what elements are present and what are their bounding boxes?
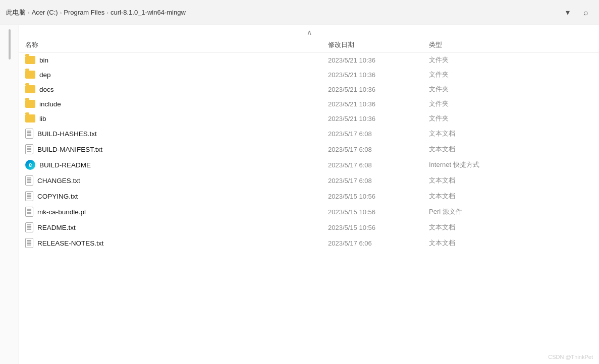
top-bar: 此电脑 › Acer (C:) › Program Files › curl-8… <box>0 0 599 25</box>
edge-icon <box>25 160 35 170</box>
file-type-cell: 文本文档 <box>429 145 593 154</box>
file-name-text: mk-ca-bundle.pl <box>37 208 86 216</box>
column-headers: 名称 修改日期 类型 <box>19 37 599 53</box>
breadcrumb-current[interactable]: curl-8.1.0_1-win64-mingw <box>111 9 186 16</box>
file-name-text: include <box>39 100 61 108</box>
file-icon <box>25 238 33 248</box>
file-date-cell: 2023/5/21 10:36 <box>328 86 429 93</box>
file-icon <box>25 207 33 217</box>
file-name-cell: RELEASE-NOTES.txt <box>25 238 328 248</box>
table-row[interactable]: CHANGES.txt 2023/5/17 6:08 文本文档 <box>19 173 599 189</box>
file-name-text: docs <box>39 86 54 93</box>
breadcrumb-computer[interactable]: 此电脑 <box>6 8 26 17</box>
folder-icon <box>25 56 35 64</box>
file-type-cell: 文本文档 <box>429 176 593 185</box>
file-date-cell: 2023/5/17 6:06 <box>328 239 429 247</box>
file-name-text: lib <box>39 115 46 123</box>
file-date-cell: 2023/5/15 10:56 <box>328 224 429 231</box>
file-icon <box>25 129 33 139</box>
file-date-cell: 2023/5/21 10:36 <box>328 71 429 79</box>
file-name-text: README.txt <box>37 224 76 231</box>
folder-icon <box>25 100 35 108</box>
folder-icon <box>25 114 35 123</box>
file-icon <box>25 222 33 232</box>
column-header-name[interactable]: 名称 <box>25 40 328 49</box>
file-name-cell: dep <box>25 71 328 79</box>
file-explorer: ∧ 名称 修改日期 类型 bin 2023/5/21 10:36 文件夹 dep… <box>19 25 599 364</box>
column-header-type[interactable]: 类型 <box>429 40 593 49</box>
folder-icon <box>25 85 35 93</box>
sidebar <box>0 25 19 364</box>
file-name-text: BUILD-MANIFEST.txt <box>37 146 102 153</box>
top-bar-icons: ▾ ⌕ <box>561 6 593 20</box>
table-row[interactable]: include 2023/5/21 10:36 文件夹 <box>19 97 599 111</box>
file-date-cell: 2023/5/17 6:08 <box>328 161 429 169</box>
file-date-cell: 2023/5/21 10:36 <box>328 56 429 64</box>
file-type-cell: 文本文档 <box>429 223 593 232</box>
breadcrumb-drive[interactable]: Acer (C:) <box>32 9 58 16</box>
file-name-cell: lib <box>25 114 328 123</box>
file-type-cell: 文本文档 <box>429 238 593 248</box>
file-type-cell: 文件夹 <box>429 55 593 65</box>
file-name-text: COPYING.txt <box>37 193 78 200</box>
table-row[interactable]: dep 2023/5/21 10:36 文件夹 <box>19 68 599 82</box>
table-row[interactable]: docs 2023/5/21 10:36 文件夹 <box>19 82 599 97</box>
file-date-cell: 2023/5/15 10:56 <box>328 193 429 200</box>
search-button[interactable]: ⌕ <box>579 6 593 20</box>
table-row[interactable]: COPYING.txt 2023/5/15 10:56 文本文档 <box>19 189 599 204</box>
breadcrumb-sep-1: › <box>60 10 62 16</box>
table-row[interactable]: BUILD-HASHES.txt 2023/5/17 6:08 文本文档 <box>19 126 599 142</box>
file-name-text: BUILD-HASHES.txt <box>37 130 97 138</box>
file-name-cell: CHANGES.txt <box>25 175 328 186</box>
file-type-cell: 文本文档 <box>429 192 593 201</box>
table-row[interactable]: mk-ca-bundle.pl 2023/5/15 10:56 Perl 源文件 <box>19 204 599 220</box>
file-name-cell: BUILD-README <box>25 160 328 170</box>
file-name-cell: bin <box>25 56 328 64</box>
table-row[interactable]: lib 2023/5/21 10:36 文件夹 <box>19 111 599 126</box>
sidebar-scrollbar <box>9 29 11 59</box>
file-type-cell: Perl 源文件 <box>429 207 593 216</box>
folder-icon <box>25 71 35 79</box>
column-header-date[interactable]: 修改日期 <box>328 40 429 49</box>
table-row[interactable]: README.txt 2023/5/15 10:56 文本文档 <box>19 220 599 235</box>
table-row[interactable]: BUILD-README 2023/5/17 6:08 Internet 快捷方… <box>19 157 599 173</box>
file-name-cell: mk-ca-bundle.pl <box>25 207 328 217</box>
main-container: ∧ 名称 修改日期 类型 bin 2023/5/21 10:36 文件夹 dep… <box>0 25 599 364</box>
file-date-cell: 2023/5/17 6:08 <box>328 177 429 185</box>
file-name-cell: include <box>25 100 328 108</box>
breadcrumb-sep-0: › <box>28 10 30 16</box>
sort-indicator: ∧ <box>19 25 599 37</box>
file-icon <box>25 175 33 186</box>
breadcrumb: 此电脑 › Acer (C:) › Program Files › curl-8… <box>6 8 558 17</box>
file-type-cell: 文件夹 <box>429 85 593 94</box>
file-type-cell: 文件夹 <box>429 114 593 123</box>
file-icon <box>25 191 33 201</box>
file-list: bin 2023/5/21 10:36 文件夹 dep 2023/5/21 10… <box>19 53 599 251</box>
file-name-cell: README.txt <box>25 222 328 232</box>
breadcrumb-program-files[interactable]: Program Files <box>64 9 104 16</box>
file-name-cell: docs <box>25 85 328 93</box>
file-date-cell: 2023/5/17 6:08 <box>328 146 429 153</box>
file-type-cell: 文件夹 <box>429 70 593 79</box>
file-name-text: RELEASE-NOTES.txt <box>37 239 103 247</box>
table-row[interactable]: bin 2023/5/21 10:36 文件夹 <box>19 53 599 68</box>
file-icon <box>25 144 33 154</box>
file-date-cell: 2023/5/21 10:36 <box>328 100 429 108</box>
file-type-cell: 文本文档 <box>429 129 593 138</box>
breadcrumb-sep-2: › <box>106 10 108 16</box>
dropdown-button[interactable]: ▾ <box>561 6 575 20</box>
file-date-cell: 2023/5/21 10:36 <box>328 115 429 123</box>
file-date-cell: 2023/5/15 10:56 <box>328 208 429 216</box>
file-type-cell: Internet 快捷方式 <box>429 160 593 169</box>
file-name-cell: BUILD-MANIFEST.txt <box>25 144 328 154</box>
sort-arrow-icon: ∧ <box>307 28 312 36</box>
table-row[interactable]: RELEASE-NOTES.txt 2023/5/17 6:06 文本文档 <box>19 235 599 251</box>
file-name-text: dep <box>39 71 51 79</box>
file-type-cell: 文件夹 <box>429 99 593 108</box>
file-name-text: bin <box>39 56 48 64</box>
table-row[interactable]: BUILD-MANIFEST.txt 2023/5/17 6:08 文本文档 <box>19 142 599 157</box>
file-date-cell: 2023/5/17 6:08 <box>328 130 429 138</box>
watermark: CSDN @ThinkPet <box>548 354 593 360</box>
file-name-cell: BUILD-HASHES.txt <box>25 129 328 139</box>
file-name-cell: COPYING.txt <box>25 191 328 201</box>
